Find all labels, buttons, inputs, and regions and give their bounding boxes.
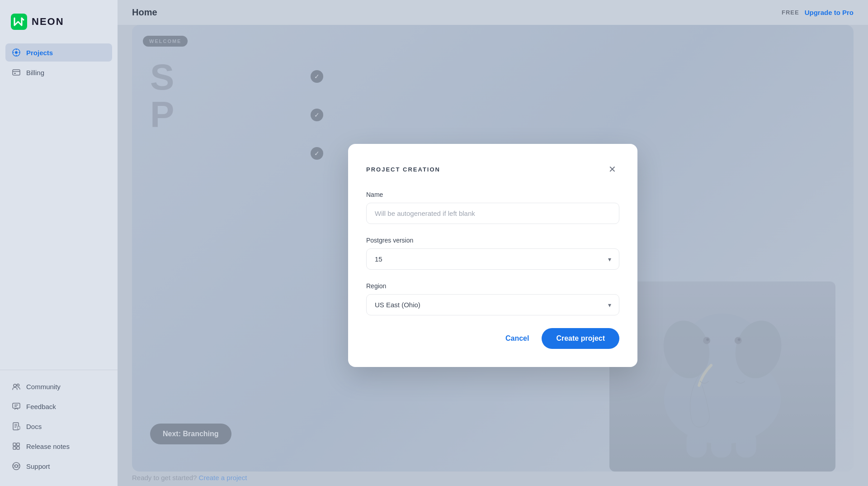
create-project-button[interactable]: Create project <box>542 328 619 349</box>
svg-rect-20 <box>13 443 16 446</box>
svg-point-11 <box>17 384 19 386</box>
region-label: Region <box>366 282 619 290</box>
main-content: Home FREE Upgrade to Pro WELCOME S P ✓ ✓… <box>118 0 868 486</box>
svg-point-2 <box>15 51 18 54</box>
sidebar-item-release-notes[interactable]: Release notes <box>5 437 112 455</box>
postgres-field-group: Postgres version 14 15 16 ▾ <box>366 237 619 270</box>
billing-icon <box>12 68 21 77</box>
projects-icon <box>12 48 21 57</box>
sidebar-item-projects[interactable]: Projects <box>5 43 112 62</box>
name-label: Name <box>366 191 619 198</box>
modal-header: PROJECT CREATION ✕ <box>366 162 619 176</box>
neon-logo-icon <box>11 14 27 30</box>
cancel-button[interactable]: Cancel <box>502 329 533 348</box>
release-notes-icon <box>12 442 21 451</box>
svg-rect-22 <box>13 447 16 449</box>
logo-text: NEON <box>32 16 64 28</box>
svg-line-29 <box>18 465 19 465</box>
svg-point-24 <box>13 462 20 470</box>
release-notes-label: Release notes <box>26 443 70 450</box>
modal-overlay: PROJECT CREATION ✕ Name Postgres version… <box>118 25 868 486</box>
svg-rect-7 <box>13 70 20 75</box>
svg-line-28 <box>13 467 15 467</box>
feedback-label: Feedback <box>26 403 56 410</box>
svg-point-10 <box>14 384 16 387</box>
svg-point-25 <box>15 465 18 467</box>
svg-rect-9 <box>14 73 16 74</box>
svg-rect-12 <box>13 403 20 408</box>
nav-bottom: Community Feedback Docs <box>0 370 118 477</box>
postgres-label: Postgres version <box>366 237 619 244</box>
svg-line-26 <box>13 465 15 465</box>
region-select[interactable]: US East (Ohio) US West (Oregon) EU West … <box>366 294 619 315</box>
logo: NEON <box>0 9 118 43</box>
sidebar-item-feedback[interactable]: Feedback <box>5 397 112 415</box>
sidebar: NEON Projects Billing <box>0 0 118 486</box>
page-title: Home <box>132 7 157 18</box>
sidebar-item-billing[interactable]: Billing <box>5 63 112 81</box>
topbar: Home FREE Upgrade to Pro <box>118 0 868 25</box>
svg-line-27 <box>18 467 19 467</box>
sidebar-item-docs[interactable]: Docs <box>5 417 112 435</box>
svg-rect-23 <box>17 447 19 449</box>
support-label: Support <box>26 462 50 470</box>
region-select-wrapper: US East (Ohio) US West (Oregon) EU West … <box>366 294 619 315</box>
close-icon: ✕ <box>609 164 616 175</box>
region-field-group: Region US East (Ohio) US West (Oregon) E… <box>366 282 619 315</box>
billing-label: Billing <box>26 69 44 76</box>
name-input[interactable] <box>366 203 619 224</box>
sidebar-item-community[interactable]: Community <box>5 377 112 395</box>
modal-actions: Cancel Create project <box>366 328 619 349</box>
svg-rect-21 <box>17 443 19 446</box>
support-icon <box>12 462 21 471</box>
plan-badge: FREE <box>782 9 799 16</box>
postgres-select-wrapper: 14 15 16 ▾ <box>366 248 619 270</box>
modal-title: PROJECT CREATION <box>366 166 440 173</box>
postgres-version-select[interactable]: 14 15 16 <box>366 248 619 270</box>
nav-top: Projects Billing <box>0 43 118 362</box>
projects-label: Projects <box>26 49 53 57</box>
svg-rect-19 <box>18 426 20 429</box>
docs-icon <box>12 422 21 431</box>
project-creation-modal: PROJECT CREATION ✕ Name Postgres version… <box>348 144 637 367</box>
topbar-right: FREE Upgrade to Pro <box>782 9 854 16</box>
modal-close-button[interactable]: ✕ <box>605 162 619 176</box>
community-label: Community <box>26 383 61 391</box>
upgrade-button[interactable]: Upgrade to Pro <box>805 9 854 16</box>
sidebar-item-support[interactable]: Support <box>5 457 112 475</box>
docs-label: Docs <box>26 423 42 430</box>
content-area: WELCOME S P ✓ ✓ ✓ <box>118 25 868 486</box>
feedback-icon <box>12 402 21 411</box>
community-icon <box>12 382 21 391</box>
name-field-group: Name <box>366 191 619 224</box>
